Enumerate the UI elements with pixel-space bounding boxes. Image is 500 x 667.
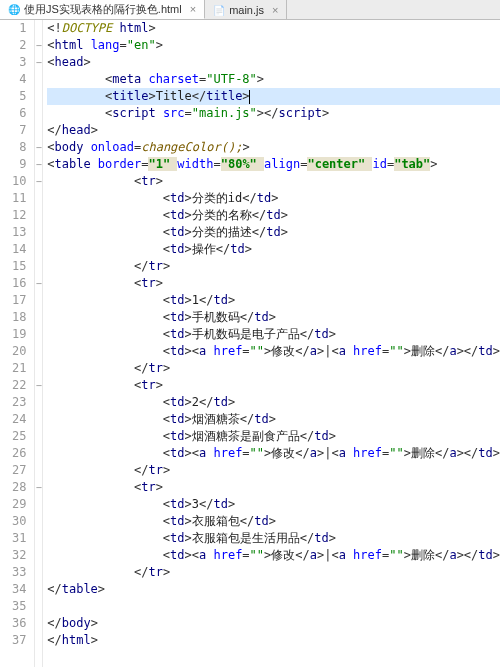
- fold-toggle[interactable]: −: [35, 275, 42, 292]
- code-line[interactable]: </table>: [47, 581, 500, 598]
- line-number: 20: [0, 343, 26, 360]
- code-line[interactable]: </head>: [47, 122, 500, 139]
- fold-toggle: [35, 258, 42, 275]
- tab-js-file[interactable]: main.js ×: [205, 0, 287, 19]
- code-line[interactable]: <table border="1" width="80%" align="cen…: [47, 156, 500, 173]
- fold-toggle[interactable]: −: [35, 377, 42, 394]
- close-icon[interactable]: ×: [272, 4, 278, 16]
- code-line[interactable]: <head>: [47, 54, 500, 71]
- code-line[interactable]: <td>3</td>: [47, 496, 500, 513]
- line-number: 2: [0, 37, 26, 54]
- code-editor[interactable]: 1234567891011121314151617181920212223242…: [0, 20, 500, 667]
- fold-toggle: [35, 343, 42, 360]
- fold-toggle: [35, 581, 42, 598]
- code-line[interactable]: </tr>: [47, 258, 500, 275]
- line-number: 4: [0, 71, 26, 88]
- tab-html-file[interactable]: 使用JS实现表格的隔行换色.html ×: [0, 0, 205, 19]
- line-number: 16: [0, 275, 26, 292]
- fold-toggle: [35, 411, 42, 428]
- fold-toggle[interactable]: −: [35, 156, 42, 173]
- fold-toggle: [35, 615, 42, 632]
- fold-toggle: [35, 428, 42, 445]
- line-number: 30: [0, 513, 26, 530]
- code-line[interactable]: <td>1</td>: [47, 292, 500, 309]
- code-line[interactable]: <td><a href="">修改</a>|<a href="">删除</a><…: [47, 547, 500, 564]
- code-line[interactable]: </tr>: [47, 360, 500, 377]
- fold-toggle[interactable]: −: [35, 479, 42, 496]
- code-line[interactable]: <td><a href="">修改</a>|<a href="">删除</a><…: [47, 445, 500, 462]
- code-line[interactable]: </html>: [47, 632, 500, 649]
- code-line[interactable]: <td>衣服箱包</td>: [47, 513, 500, 530]
- fold-toggle[interactable]: −: [35, 54, 42, 71]
- line-number: 24: [0, 411, 26, 428]
- code-line[interactable]: <td>手机数码</td>: [47, 309, 500, 326]
- fold-toggle: [35, 224, 42, 241]
- line-number: 12: [0, 207, 26, 224]
- fold-toggle: [35, 105, 42, 122]
- fold-toggle: [35, 309, 42, 326]
- fold-toggle: [35, 513, 42, 530]
- fold-toggle: [35, 207, 42, 224]
- code-line[interactable]: <tr>: [47, 173, 500, 190]
- code-line[interactable]: <tr>: [47, 479, 500, 496]
- fold-toggle[interactable]: −: [35, 173, 42, 190]
- fold-toggle: [35, 564, 42, 581]
- code-line[interactable]: <title>Title</title>: [47, 88, 500, 105]
- code-line[interactable]: <!DOCTYPE html>: [47, 20, 500, 37]
- fold-toggle[interactable]: −: [35, 37, 42, 54]
- js-file-icon: [213, 4, 225, 16]
- line-number: 26: [0, 445, 26, 462]
- line-number: 29: [0, 496, 26, 513]
- line-number: 27: [0, 462, 26, 479]
- code-line[interactable]: <td>分类的描述</td>: [47, 224, 500, 241]
- code-line[interactable]: <tr>: [47, 275, 500, 292]
- line-number: 35: [0, 598, 26, 615]
- code-area[interactable]: <!DOCTYPE html><html lang="en"><head> <m…: [43, 20, 500, 667]
- line-number: 10: [0, 173, 26, 190]
- fold-toggle: [35, 88, 42, 105]
- line-number: 32: [0, 547, 26, 564]
- code-line[interactable]: <script src="main.js"></script>: [47, 105, 500, 122]
- code-line[interactable]: <td>烟酒糖茶</td>: [47, 411, 500, 428]
- code-line[interactable]: <tr>: [47, 377, 500, 394]
- fold-toggle: [35, 20, 42, 37]
- fold-toggle: [35, 241, 42, 258]
- line-number: 13: [0, 224, 26, 241]
- code-line[interactable]: <meta charset="UTF-8">: [47, 71, 500, 88]
- line-number: 21: [0, 360, 26, 377]
- code-line[interactable]: <body onload=changeColor();>: [47, 139, 500, 156]
- code-line[interactable]: <td>衣服箱包是生活用品</td>: [47, 530, 500, 547]
- tab-label: main.js: [229, 4, 264, 16]
- code-line[interactable]: <td>手机数码是电子产品</td>: [47, 326, 500, 343]
- line-number: 3: [0, 54, 26, 71]
- code-line[interactable]: </tr>: [47, 564, 500, 581]
- close-icon[interactable]: ×: [190, 3, 196, 15]
- line-number: 9: [0, 156, 26, 173]
- code-line[interactable]: <td>烟酒糖茶是副食产品</td>: [47, 428, 500, 445]
- code-line[interactable]: <td>操作</td>: [47, 241, 500, 258]
- code-line[interactable]: <html lang="en">: [47, 37, 500, 54]
- fold-toggle: [35, 190, 42, 207]
- line-number: 25: [0, 428, 26, 445]
- code-line[interactable]: <td>2</td>: [47, 394, 500, 411]
- line-number: 15: [0, 258, 26, 275]
- fold-toggle: [35, 547, 42, 564]
- line-number: 7: [0, 122, 26, 139]
- fold-toggle[interactable]: −: [35, 139, 42, 156]
- code-line[interactable]: <td><a href="">修改</a>|<a href="">删除</a><…: [47, 343, 500, 360]
- line-number: 19: [0, 326, 26, 343]
- line-number: 6: [0, 105, 26, 122]
- code-line[interactable]: </body>: [47, 615, 500, 632]
- fold-toggle: [35, 462, 42, 479]
- fold-toggle: [35, 71, 42, 88]
- code-line[interactable]: </tr>: [47, 462, 500, 479]
- code-line[interactable]: <td>分类的id</td>: [47, 190, 500, 207]
- line-number: 31: [0, 530, 26, 547]
- code-line[interactable]: <td>分类的名称</td>: [47, 207, 500, 224]
- code-line[interactable]: [47, 598, 500, 615]
- line-number: 14: [0, 241, 26, 258]
- line-number: 36: [0, 615, 26, 632]
- line-number: 18: [0, 309, 26, 326]
- line-number: 8: [0, 139, 26, 156]
- html-file-icon: [8, 3, 20, 15]
